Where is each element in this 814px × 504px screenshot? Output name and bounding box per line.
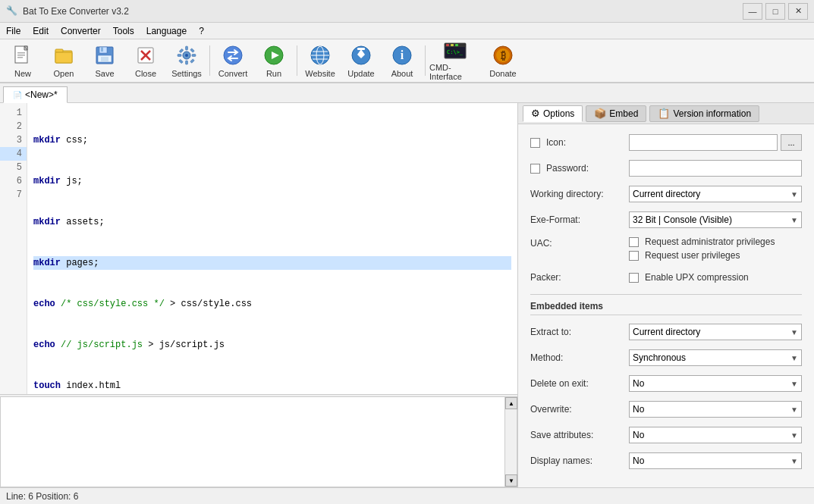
scrollbar-up-arrow[interactable]: ▲ bbox=[505, 397, 517, 409]
icon-label-text: Icon: bbox=[546, 137, 566, 148]
display-names-label-text: Display names: bbox=[530, 455, 592, 466]
toolbar-sep-2 bbox=[297, 45, 297, 76]
toolbar-update-button[interactable]: Update bbox=[341, 41, 381, 80]
maximize-button[interactable]: □ bbox=[765, 3, 785, 20]
right-tab-bar: ⚙ Options 📦 Embed 📋 Version information bbox=[518, 103, 814, 124]
toolbar-settings-button[interactable]: Settings bbox=[167, 41, 206, 80]
uac-row: UAC: Request administrator privileges Re… bbox=[530, 236, 802, 261]
toolbar-convert-button[interactable]: Convert bbox=[213, 41, 253, 80]
editor-area[interactable]: 1 2 3 4 5 6 7 mkdir css; mkdir js; mkdir… bbox=[0, 103, 517, 395]
toolbar-save-button[interactable]: Save bbox=[85, 41, 124, 80]
cmd-label: CMD-Interface bbox=[429, 63, 481, 81]
line-num-7: 7 bbox=[0, 188, 27, 202]
packer-row: Packer: Enable UPX compression bbox=[530, 268, 802, 286]
toolbar-website-button[interactable]: Website bbox=[300, 41, 340, 80]
version-tab-label: Version information bbox=[673, 108, 751, 119]
password-field-row: Password: bbox=[530, 159, 802, 177]
new-icon bbox=[11, 43, 35, 67]
icon-field-control: ... bbox=[629, 134, 802, 151]
toolbar-new-button[interactable]: New bbox=[3, 41, 42, 80]
website-icon bbox=[308, 43, 332, 67]
working-dir-dropdown[interactable]: Current directory ▼ bbox=[629, 186, 802, 202]
working-dir-arrow: ▼ bbox=[790, 190, 798, 199]
exe-format-label-text: Exe-Format: bbox=[530, 214, 580, 225]
delete-exit-label: Delete on exit: bbox=[530, 378, 629, 389]
code-line-2: mkdir js; bbox=[33, 174, 511, 188]
svg-rect-20 bbox=[186, 61, 188, 64]
toolbar-run-button[interactable]: Run bbox=[254, 41, 294, 80]
icon-browse-button[interactable]: ... bbox=[781, 134, 802, 151]
display-names-row: Display names: No ▼ bbox=[530, 452, 802, 470]
delete-exit-dropdown[interactable]: No ▼ bbox=[629, 375, 802, 392]
exe-format-arrow: ▼ bbox=[790, 216, 798, 224]
menu-edit[interactable]: Edit bbox=[27, 23, 55, 39]
save-icon bbox=[93, 43, 117, 67]
save-attr-dropdown[interactable]: No ▼ bbox=[629, 427, 802, 443]
method-row: Method: Synchronous ▼ bbox=[530, 349, 802, 367]
main-layout: 1 2 3 4 5 6 7 mkdir css; mkdir js; mkdir… bbox=[0, 103, 814, 487]
status-text: Line: 6 Position: 6 bbox=[6, 491, 78, 502]
code-line-3: mkdir assets; bbox=[33, 215, 511, 229]
toolbar-about-button[interactable]: i About bbox=[382, 41, 422, 80]
scrollbar-down-arrow[interactable]: ▼ bbox=[505, 474, 517, 487]
save-label: Save bbox=[95, 69, 114, 78]
editor-tab-bar: 📄 <New>* bbox=[0, 83, 814, 103]
toolbar-donate-button[interactable]: ₿ Donate bbox=[483, 41, 523, 80]
password-checkbox[interactable] bbox=[530, 164, 540, 174]
packer-upx-row: Enable UPX compression bbox=[629, 272, 749, 283]
uac-admin-label: Request administrator privileges bbox=[645, 236, 775, 247]
toolbar-open-button[interactable]: Open bbox=[44, 41, 83, 80]
code-editor[interactable]: mkdir css; mkdir js; mkdir assets; mkdir… bbox=[27, 103, 517, 394]
close-icon bbox=[134, 43, 158, 67]
exe-format-control: 32 Bit | Console (Visible) ▼ bbox=[629, 211, 802, 228]
line-num-2: 2 bbox=[0, 120, 27, 133]
svg-rect-45 bbox=[455, 44, 458, 46]
icon-field-label: Icon: bbox=[530, 137, 629, 148]
method-dropdown[interactable]: Synchronous ▼ bbox=[629, 349, 802, 366]
embed-tab-icon: 📦 bbox=[594, 108, 606, 119]
display-names-label: Display names: bbox=[530, 455, 629, 466]
toolbar-cmd-button[interactable]: C:\>_ CMD-Interface bbox=[429, 41, 482, 80]
toolbar-close-button[interactable]: Close bbox=[126, 41, 165, 80]
exe-format-dropdown[interactable]: 32 Bit | Console (Visible) ▼ bbox=[629, 211, 802, 228]
delete-exit-value: No bbox=[633, 378, 644, 389]
svg-rect-26 bbox=[190, 59, 195, 64]
app-title: Bat To Exe Converter v3.2 bbox=[23, 6, 129, 17]
editor-tab-new[interactable]: 📄 <New>* bbox=[3, 86, 68, 103]
working-dir-label: Working directory: bbox=[530, 189, 629, 199]
tab-embed[interactable]: 📦 Embed bbox=[586, 105, 646, 122]
menu-tools[interactable]: Tools bbox=[107, 23, 140, 39]
new-label: New bbox=[14, 69, 31, 78]
menu-file[interactable]: File bbox=[0, 23, 27, 39]
save-attr-label: Save attributes: bbox=[530, 430, 629, 440]
tab-options[interactable]: ⚙ Options bbox=[523, 105, 583, 122]
display-names-value: No bbox=[633, 455, 644, 466]
password-input[interactable] bbox=[629, 160, 802, 177]
menu-converter[interactable]: Converter bbox=[55, 23, 107, 39]
exe-format-label: Exe-Format: bbox=[530, 214, 629, 225]
menu-language[interactable]: Language bbox=[140, 23, 193, 39]
status-bar: Line: 6 Position: 6 bbox=[0, 487, 814, 504]
uac-admin-checkbox[interactable] bbox=[629, 237, 639, 247]
extract-to-dropdown[interactable]: Current directory ▼ bbox=[629, 324, 802, 340]
minimize-button[interactable]: — bbox=[743, 3, 762, 20]
packer-label: Packer: bbox=[530, 272, 629, 283]
packer-upx-checkbox[interactable] bbox=[629, 273, 639, 283]
tab-version[interactable]: 📋 Version information bbox=[649, 105, 759, 122]
method-arrow: ▼ bbox=[790, 354, 798, 362]
menu-help[interactable]: ? bbox=[193, 23, 210, 39]
svg-rect-13 bbox=[101, 57, 108, 61]
overwrite-dropdown[interactable]: No ▼ bbox=[629, 401, 802, 418]
svg-rect-25 bbox=[179, 59, 184, 64]
icon-checkbox[interactable] bbox=[530, 138, 540, 148]
icon-input[interactable] bbox=[629, 134, 778, 151]
save-attr-label-text: Save attributes: bbox=[530, 430, 593, 440]
display-names-dropdown[interactable]: No ▼ bbox=[629, 452, 802, 469]
extract-to-arrow: ▼ bbox=[790, 328, 798, 337]
options-tab-icon: ⚙ bbox=[531, 108, 540, 119]
open-label: Open bbox=[54, 69, 74, 78]
donate-label: Donate bbox=[489, 69, 516, 78]
uac-user-checkbox[interactable] bbox=[629, 251, 639, 261]
toolbar: New Open Save bbox=[0, 39, 814, 83]
close-button[interactable]: ✕ bbox=[788, 3, 808, 20]
